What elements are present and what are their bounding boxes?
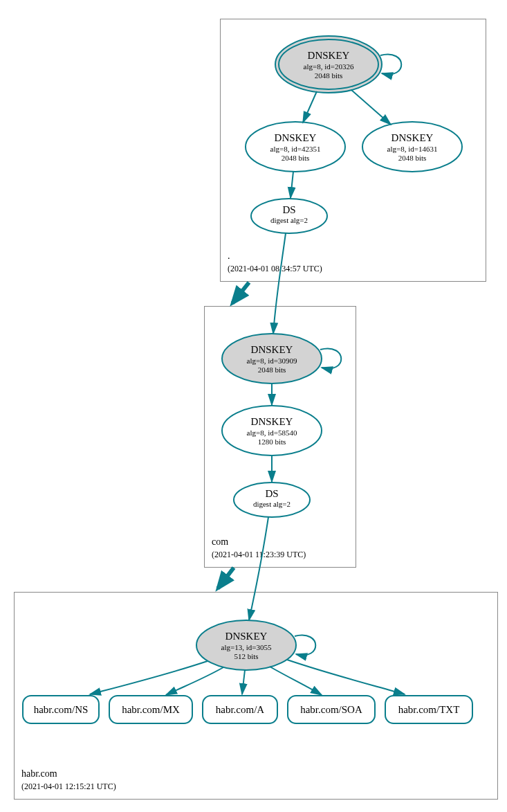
zone-root-label: .: [228, 251, 230, 262]
zone-com-date: (2021-04-01 11:23:39 UTC): [212, 550, 306, 560]
zone-habr-date: (2021-04-01 12:15:21 UTC): [21, 782, 116, 792]
zone-root-box: . (2021-04-01 08:34:57 UTC): [220, 19, 486, 282]
zone-com-label: com: [212, 536, 228, 548]
zone-root-date: (2021-04-01 08:34:57 UTC): [228, 264, 322, 274]
zone-habr-box: habr.com (2021-04-01 12:15:21 UTC): [14, 592, 498, 800]
zone-habr-label: habr.com: [21, 768, 57, 779]
zone-com-box: com (2021-04-01 11:23:39 UTC): [204, 306, 356, 568]
